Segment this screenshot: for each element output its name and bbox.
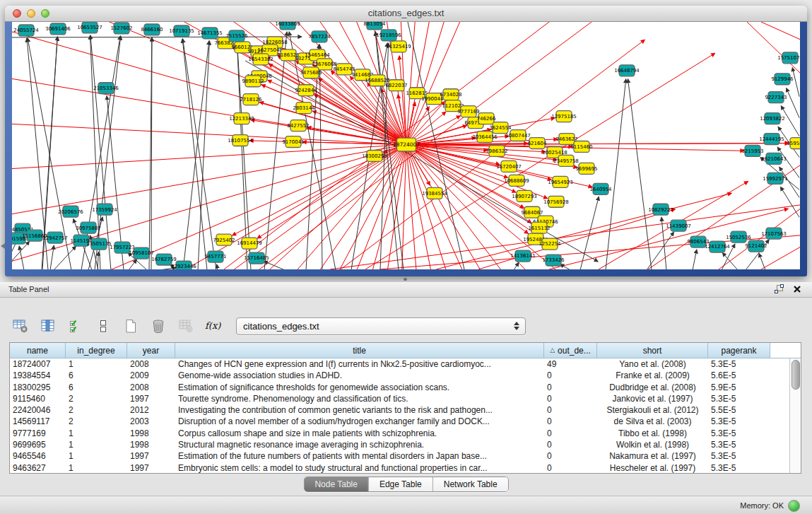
graph-node[interactable]: 12975185: [551, 111, 577, 122]
table-cell[interactable]: 0: [544, 428, 597, 439]
graph-node[interactable]: 17359924: [92, 204, 117, 215]
table-cell[interactable]: 2008: [127, 358, 175, 370]
tab-edge-table[interactable]: Edge Table: [368, 477, 433, 491]
graph-node[interactable]: 8427552: [287, 120, 309, 132]
graph-node[interactable]: 746266: [477, 113, 496, 124]
close-window-button[interactable]: [13, 9, 21, 18]
table-cell[interactable]: 9463627: [10, 462, 66, 473]
table-cell[interactable]: 5.3E-5: [708, 393, 770, 404]
table-row[interactable]: 1830029562008Estimation of significance …: [10, 382, 801, 393]
table-row[interactable]: 1456911722003Disruption of a novel membe…: [10, 416, 801, 427]
table-cell[interactable]: 2: [66, 393, 127, 404]
graph-node[interactable]: 1595854: [787, 138, 800, 149]
table-cell[interactable]: 0: [544, 439, 597, 450]
table-cell[interactable]: 1997: [127, 462, 175, 473]
graph-node[interactable]: 24055724: [13, 25, 39, 36]
graph-node[interactable]: 2803144: [293, 103, 315, 114]
table-cell[interactable]: 0: [544, 462, 597, 473]
table-cell[interactable]: 19384554: [10, 370, 66, 381]
table-cell[interactable]: Yano et al. (2008): [597, 358, 708, 370]
graph-node[interactable]: 9121402: [745, 240, 767, 252]
graph-node[interactable]: 9129946: [771, 74, 793, 85]
table-cell[interactable]: 9465546: [10, 450, 66, 462]
graph-node[interactable]: 16648794: [614, 65, 640, 76]
column-header-title[interactable]: title: [175, 343, 544, 358]
graph-node[interactable]: 3215953: [741, 146, 763, 157]
table-cell[interactable]: Corpus callosum shape and size in male p…: [175, 428, 544, 439]
table-cell[interactable]: 1: [66, 450, 127, 462]
table-cell[interactable]: Genome-wide association studies in ADHD.: [175, 370, 544, 381]
graph-node[interactable]: 8466160: [141, 24, 163, 35]
table-cell[interactable]: Estimation of the future numbers of pati…: [175, 450, 544, 462]
graph-node[interactable]: 621604: [528, 138, 547, 149]
graph-node[interactable]: 18724007: [393, 138, 420, 151]
delete-table-icon[interactable]: [177, 317, 195, 335]
table-cell[interactable]: Changes of HCN gene expression and I(f) …: [175, 358, 544, 370]
graph-node[interactable]: 6734028: [440, 89, 461, 100]
column-header-short[interactable]: short: [597, 343, 708, 358]
network-svg[interactable]: 7663822966012559129541822605816275048165…: [12, 22, 800, 269]
table-cell[interactable]: Wolkin et al. (1998): [597, 439, 708, 450]
table-cell[interactable]: 5.9E-5: [708, 382, 770, 393]
table-cell[interactable]: 5.3E-5: [708, 450, 770, 462]
graph-node[interactable]: 19384554: [422, 187, 447, 199]
table-row[interactable]: 2242004622012Investigating the contribut…: [10, 404, 801, 416]
graph-node[interactable]: 17107563: [761, 228, 787, 239]
collapse-panel-arrow-icon[interactable]: [1, 243, 5, 249]
table-cell[interactable]: 5.6E-5: [708, 370, 770, 381]
graph-node[interactable]: 9170041: [282, 136, 304, 148]
graph-node[interactable]: 3475685: [300, 67, 322, 78]
table-row[interactable]: 977716911998Corpus callosum shape and si…: [10, 428, 801, 439]
graph-node[interactable]: 12093822: [760, 113, 785, 124]
graph-node[interactable]: 9242844: [295, 85, 317, 96]
scrollbar-thumb[interactable]: [792, 360, 800, 390]
graph-node[interactable]: 7986322: [486, 146, 507, 157]
unselect-all-icon[interactable]: [94, 317, 112, 335]
table-cell[interactable]: Stergiakouli et al. (2012): [597, 404, 708, 416]
table-cell[interactable]: 18300295: [10, 382, 66, 393]
table-cell[interactable]: 1998: [127, 439, 175, 450]
graph-node[interactable]: 10653527: [77, 22, 102, 33]
graph-node[interactable]: 15720407: [496, 160, 522, 172]
tab-network-table[interactable]: Network Table: [433, 477, 508, 491]
close-panel-icon[interactable]: [793, 285, 801, 293]
delete-column-icon[interactable]: [149, 317, 167, 335]
table-cell[interactable]: 2003: [127, 416, 175, 427]
minimize-window-button[interactable]: [27, 9, 35, 18]
table-row[interactable]: 911546021997Tourette syndrome. Phenomeno…: [10, 393, 801, 404]
zoom-window-button[interactable]: [41, 9, 49, 18]
graph-node[interactable]: 30975887: [76, 222, 101, 233]
table-cell[interactable]: 0: [544, 450, 597, 462]
table-row[interactable]: 969969511998Structural magnetic resonanc…: [10, 439, 801, 450]
table-cell[interactable]: 18724007: [10, 358, 66, 370]
table-cell[interactable]: 6: [66, 382, 127, 393]
table-cell[interactable]: 2008: [127, 382, 175, 393]
table-cell[interactable]: 5.5E-5: [708, 404, 770, 416]
table-cell[interactable]: 9115460: [10, 393, 66, 404]
graph-node[interactable]: 1640954: [589, 183, 612, 194]
table-cell[interactable]: 0: [544, 382, 597, 393]
table-row[interactable]: 1938455462009Genome-wide association stu…: [10, 370, 801, 381]
graph-node[interactable]: 9227343: [765, 92, 787, 103]
graph-node[interactable]: 10756928: [543, 196, 569, 207]
graph-node[interactable]: 7515526: [225, 30, 247, 42]
graph-node[interactable]: 30691406: [45, 23, 71, 35]
table-cell[interactable]: 1: [66, 462, 127, 473]
graph-node[interactable]: 9115460: [570, 141, 592, 153]
graph-node[interactable]: 15751074: [777, 52, 800, 64]
table-cell[interactable]: de Silva et al. (2003): [597, 416, 708, 427]
function-builder-icon[interactable]: f(x): [204, 317, 223, 335]
table-cell[interactable]: 2: [66, 416, 127, 427]
table-cell[interactable]: 1: [66, 439, 127, 450]
graph-node[interactable]: 10688609: [504, 175, 529, 186]
table-cell[interactable]: 5.3E-5: [708, 428, 770, 439]
table-cell[interactable]: 1997: [127, 450, 175, 462]
column-header-in_degree[interactable]: in_degree: [66, 343, 127, 358]
table-cell[interactable]: Dudbridge et al. (2008): [597, 382, 708, 393]
table-cell[interactable]: 2009: [127, 370, 175, 381]
graph-node[interactable]: 10829227: [648, 204, 673, 215]
table-cell[interactable]: 9777169: [10, 428, 66, 439]
panel-splitter[interactable]: [0, 276, 812, 282]
table-cell[interactable]: 5.3E-5: [708, 416, 770, 427]
graph-node[interactable]: 2718126: [240, 94, 261, 105]
